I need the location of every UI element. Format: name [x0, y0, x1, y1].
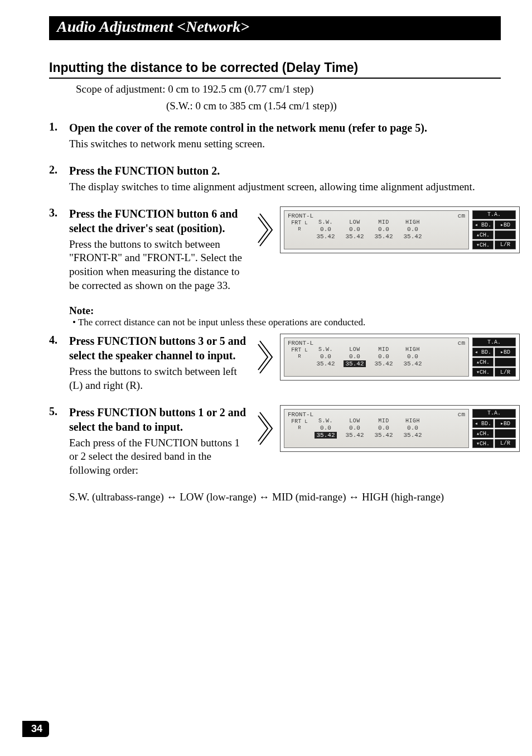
lcd-illustration-3: FRONT-L cm FRT LR S.W. LOW MID — [258, 206, 520, 253]
lcd-frt-l: L — [304, 220, 307, 226]
step-2-number: 2. — [49, 163, 69, 202]
lcd-main-4: FRONT-L cm FRT LR S.W. LOW MID — [284, 338, 469, 377]
lcd5-col-sw: S.W. — [311, 418, 340, 424]
scope-line-2: (S.W.: 0 cm to 385 cm (1.54 cm/1 step)) — [166, 99, 499, 113]
step-2-title: Press the FUNCTION button 2. — [69, 163, 499, 178]
lcd3-l-mid: 0.0 — [369, 226, 398, 233]
lcd4-col-low: LOW — [340, 346, 369, 353]
page-number: 34 — [22, 721, 49, 737]
lcd5-col-mid: MID — [369, 418, 398, 424]
page-title-bar: Audio Adjustment <Network> — [49, 17, 501, 40]
page-title: Audio Adjustment <Network> — [57, 18, 249, 35]
side-ch-up: ▴CH. — [472, 230, 494, 239]
side-ch-up-4: ▴CH. — [472, 358, 494, 367]
step-2: 2. Press the FUNCTION button 2. The disp… — [49, 163, 499, 202]
step-1: 1. Open the cover of the remote control … — [49, 121, 499, 159]
lcd-side-3: T.A. ◂ BD. ▸BD ▴CH. ▾CH. L/R — [472, 210, 516, 249]
lcd5-l-low: 0.0 — [340, 425, 369, 431]
lcd-title: FRONT-L — [288, 213, 313, 219]
lcd-col-low: LOW — [340, 219, 369, 225]
caret-right-icon — [258, 411, 274, 446]
lcd4-l-mid: 0.0 — [369, 353, 398, 360]
band-order-line: S.W. (ultrabass-range) ↔ LOW (low-range)… — [69, 490, 499, 504]
section-heading: Inputting the distance to be corrected (… — [49, 60, 501, 79]
side-blank1 — [495, 230, 516, 239]
side-bd-right-5: ▸BD — [495, 419, 516, 428]
step-3-number: 3. — [49, 206, 69, 301]
side-ta: T.A. — [472, 210, 516, 219]
lcd4-r-low-hl: 35.42 — [344, 360, 366, 367]
lcd5-col-high: HIGH — [398, 418, 427, 424]
step-5-number: 5. — [49, 405, 69, 485]
step-4-title: Press FUNCTION buttons 3 or 5 and select… — [69, 334, 248, 363]
step-3-desc: Press the buttons to switch between "FRO… — [69, 238, 248, 293]
side-ta-5: T.A. — [472, 409, 516, 418]
lcd5-r-high: 35.42 — [398, 432, 427, 439]
scope-line-1: Scope of adjustment: 0 cm to 192.5 cm (0… — [76, 82, 499, 97]
lcd-col-sw: S.W. — [311, 219, 340, 225]
caret-right-icon — [258, 213, 274, 247]
lcd3-r-high: 35.42 — [398, 233, 427, 240]
lcd-unit: cm — [458, 213, 465, 219]
lcd-main-3: FRONT-L cm FRT LR S.W. LOW MID — [284, 210, 469, 249]
note-label: Note: — [69, 305, 499, 317]
side-ch-down: ▾CH. — [472, 240, 494, 249]
step-5: 5. Press FUNCTION buttons 1 or 2 and sel… — [49, 405, 499, 485]
step-1-desc: This switches to network menu setting sc… — [69, 137, 499, 151]
lcd3-r-sw: 35.42 — [311, 233, 340, 240]
step-2-desc: The display switches to time alignment a… — [69, 180, 499, 194]
step-3: 3. Press the FUNCTION button 6 and selec… — [49, 206, 499, 301]
lcd4-l-low: 0.0 — [340, 353, 369, 360]
side-ch-down-5: ▾CH. — [472, 439, 494, 448]
lcd3-l-high: 0.0 — [398, 226, 427, 233]
step-4-number: 4. — [49, 334, 69, 400]
lcd3-r-low: 35.42 — [340, 233, 369, 240]
lcd-frt-l-5: L — [304, 419, 307, 425]
side-bd-right-4: ▸BD — [495, 348, 516, 357]
lcd-side-5: T.A. ◂ BD. ▸BD ▴CH. ▾CH. L/R — [472, 409, 516, 448]
step-5-title: Press FUNCTION buttons 1 or 2 and select… — [69, 405, 248, 434]
side-ta-4: T.A. — [472, 338, 516, 346]
side-bd-left: ◂ BD. — [472, 220, 494, 229]
lcd-illustration-5: FRONT-L cm FRT LR S.W. LOW MID — [258, 405, 520, 452]
lcd-frt-r-5: R — [298, 425, 301, 431]
lcd5-r-sw-hl: 35.42 — [315, 432, 337, 439]
side-blank-5 — [495, 429, 516, 438]
step-3-title: Press the FUNCTION button 6 and select t… — [69, 206, 248, 235]
lcd-unit-5: cm — [458, 411, 465, 418]
side-blank-4 — [495, 358, 516, 367]
lcd3-l-sw: 0.0 — [311, 226, 340, 233]
side-lr-4: L/R — [495, 368, 516, 377]
lcd-title-4: FRONT-L — [288, 340, 313, 346]
side-bd-left-4: ◂ BD. — [472, 348, 494, 357]
lcd5-r-low: 35.42 — [340, 432, 369, 439]
lcd5-l-mid: 0.0 — [369, 425, 398, 431]
caret-right-icon — [258, 340, 274, 374]
step-4: 4. Press FUNCTION buttons 3 or 5 and sel… — [49, 334, 499, 400]
step-1-number: 1. — [49, 121, 69, 159]
lcd4-col-sw: S.W. — [311, 346, 340, 353]
lcd4-col-mid: MID — [369, 346, 398, 353]
lcd3-l-low: 0.0 — [340, 226, 369, 233]
lcd-main-5: FRONT-L cm FRT LR S.W. LOW MID — [284, 409, 469, 448]
lcd4-l-high: 0.0 — [398, 353, 427, 360]
lcd5-l-high: 0.0 — [398, 425, 427, 431]
note-text: • The correct distance can not be input … — [72, 317, 499, 328]
side-lr-5: L/R — [495, 439, 516, 448]
lcd4-r-high: 35.42 — [398, 360, 427, 367]
side-ch-up-5: ▴CH. — [472, 429, 494, 438]
lcd5-col-low: LOW — [340, 418, 369, 424]
lcd-illustration-4: FRONT-L cm FRT LR S.W. LOW MID — [258, 334, 520, 381]
lcd-frt-5: FRT — [291, 418, 301, 425]
lcd-col-mid: MID — [369, 219, 398, 225]
side-ch-down-4: ▾CH. — [472, 368, 494, 377]
lcd5-l-sw: 0.0 — [311, 425, 340, 431]
lcd-side-4: T.A. ◂ BD. ▸BD ▴CH. ▾CH. L/R — [472, 338, 516, 377]
step-4-desc: Press the buttons to switch between left… — [69, 365, 248, 392]
lcd-frt-r: R — [298, 227, 301, 232]
note-block: Note: • The correct distance can not be … — [69, 305, 499, 328]
lcd-title-5: FRONT-L — [288, 411, 313, 418]
lcd4-r-sw: 35.42 — [311, 360, 340, 367]
step-1-title: Open the cover of the remote control in … — [69, 121, 499, 135]
lcd5-r-mid: 35.42 — [369, 432, 398, 439]
